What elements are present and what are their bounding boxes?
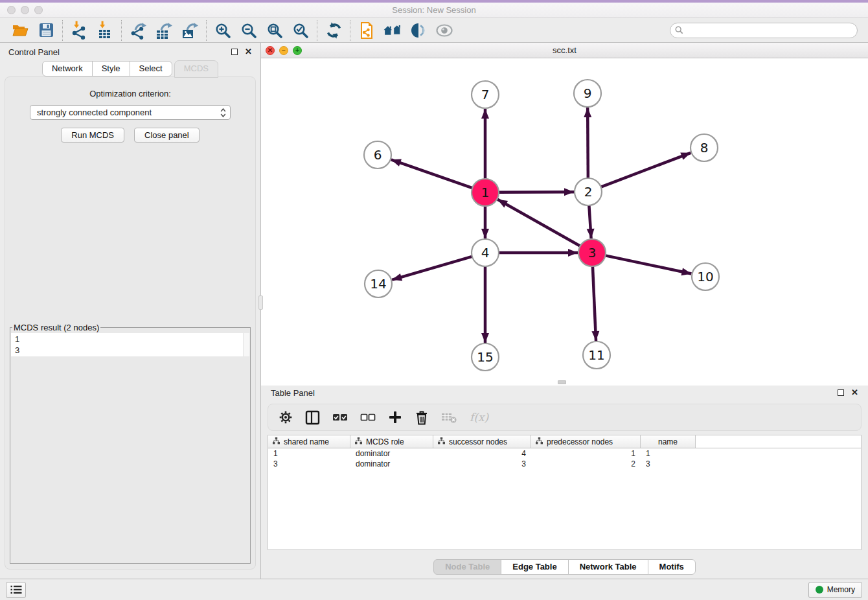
zoom-out-icon[interactable]	[240, 21, 258, 40]
graph-node-9[interactable]: 9	[574, 80, 601, 107]
cell-shared-name[interactable]: 1	[268, 449, 350, 458]
tab-select[interactable]: Select	[130, 61, 172, 76]
column-header-MCDS-role[interactable]: MCDS role	[350, 435, 433, 448]
graph-edge-3-11[interactable]	[593, 266, 596, 341]
export-image-icon[interactable]	[181, 21, 199, 40]
graph-node-6[interactable]: 6	[364, 141, 391, 168]
network-close-icon[interactable]: ✕	[266, 46, 275, 55]
cell-MCDS-role[interactable]: dominator	[350, 449, 433, 458]
column-header-label: successor nodes	[449, 437, 507, 446]
cell-name[interactable]: 3	[641, 459, 696, 468]
cell-successor-nodes[interactable]: 4	[433, 449, 531, 458]
graph-node-14[interactable]: 14	[365, 270, 392, 297]
delete-columns-icon[interactable]	[415, 410, 429, 425]
clone-network-icon[interactable]	[358, 21, 376, 40]
canvas-resize-grip[interactable]	[558, 380, 566, 384]
network-minimize-icon[interactable]: −	[279, 46, 288, 55]
task-history-button[interactable]	[6, 582, 26, 598]
open-file-icon[interactable]	[11, 21, 29, 40]
refresh-network-icon[interactable]	[325, 21, 343, 40]
svg-text:4: 4	[481, 245, 490, 260]
toolbar-group	[4, 21, 62, 40]
save-session-icon[interactable]	[37, 21, 55, 40]
memory-button[interactable]: Memory	[808, 582, 862, 598]
svg-text:6: 6	[374, 147, 382, 163]
column-type-icon	[355, 437, 362, 446]
column-header-label: predecessor nodes	[547, 437, 613, 446]
svg-text:9: 9	[584, 86, 592, 101]
mcds-result-node: 1	[15, 334, 246, 345]
close-panel-icon[interactable]: ✕	[245, 49, 252, 55]
run-mcds-button[interactable]: Run MCDS	[61, 128, 124, 143]
mcds-result-title: MCDS result (2 nodes)	[12, 323, 100, 332]
cell-predecessor-nodes[interactable]: 2	[531, 459, 641, 468]
svg-text:11: 11	[588, 347, 604, 363]
network-graph[interactable]: 7968124314101511	[261, 58, 867, 384]
graph-edge-2-9[interactable]	[588, 108, 588, 178]
optimization-criterion-label: Optimization criterion:	[5, 89, 255, 98]
zoom-in-icon[interactable]	[214, 21, 232, 40]
tab-network[interactable]: Network	[42, 61, 93, 76]
tab-style[interactable]: Style	[92, 61, 130, 76]
toolbar-group	[122, 21, 206, 40]
table-row[interactable]: 1dominator411	[268, 448, 861, 459]
import-table-icon[interactable]	[96, 21, 114, 40]
column-header-predecessor-nodes[interactable]: predecessor nodes	[531, 435, 641, 448]
graph-edge-4-14[interactable]	[392, 257, 472, 280]
toolbar-group	[63, 21, 121, 40]
criterion-select[interactable]: strongly connected component	[30, 105, 231, 120]
close-table-panel-icon[interactable]: ✕	[851, 389, 858, 396]
tab-edge-table[interactable]: Edge Table	[501, 559, 568, 575]
export-table-icon[interactable]	[155, 21, 173, 40]
select-all-columns-icon[interactable]	[332, 410, 348, 425]
cell-MCDS-role[interactable]: dominator	[350, 459, 433, 468]
home-icon[interactable]	[383, 21, 402, 40]
result-scrollbar[interactable]	[243, 333, 249, 356]
graph-node-15[interactable]: 15	[472, 343, 499, 371]
tab-network-table[interactable]: Network Table	[568, 559, 648, 575]
cell-name[interactable]: 1	[641, 449, 696, 458]
graph-node-2[interactable]: 2	[575, 178, 602, 205]
tab-motifs[interactable]: Motifs	[648, 559, 696, 575]
zoom-fit-icon[interactable]	[266, 21, 284, 40]
tab-mcds[interactable]: MCDS	[174, 60, 218, 78]
close-panel-button[interactable]: Close panel	[134, 128, 200, 143]
graph-node-7[interactable]: 7	[472, 81, 499, 108]
graph-node-3[interactable]: 3	[578, 239, 606, 266]
graph-node-10[interactable]: 10	[692, 263, 719, 290]
search-input[interactable]	[670, 23, 858, 38]
graphics-details-icon[interactable]	[409, 21, 428, 40]
graph-edge-3-1[interactable]	[497, 200, 580, 246]
graph-node-8[interactable]: 8	[691, 134, 718, 161]
column-type-icon	[536, 437, 543, 446]
network-canvas[interactable]: 7968124314101511	[261, 58, 868, 386]
cell-shared-name[interactable]: 3	[268, 459, 350, 468]
tab-node-table[interactable]: Node Table	[433, 559, 501, 575]
cell-predecessor-nodes[interactable]: 1	[531, 449, 641, 458]
add-column-icon[interactable]	[388, 410, 402, 425]
cell-successor-nodes[interactable]: 3	[433, 459, 531, 468]
deselect-all-columns-icon[interactable]	[360, 410, 376, 425]
network-maximize-icon[interactable]: +	[293, 46, 302, 55]
graph-edge-1-6[interactable]	[391, 159, 472, 188]
panel-divider-grip[interactable]	[258, 295, 263, 310]
graph-edge-3-10[interactable]	[606, 255, 692, 273]
zoom-selected-icon[interactable]	[291, 21, 310, 40]
graph-edge-2-3[interactable]	[589, 205, 591, 238]
graph-edge-1-2[interactable]	[499, 192, 574, 192]
column-visibility-icon[interactable]	[305, 410, 320, 425]
settings-gear-icon[interactable]	[279, 410, 293, 425]
export-network-icon[interactable]	[129, 21, 147, 40]
column-header-successor-nodes[interactable]: successor nodes	[433, 435, 531, 448]
column-header-name[interactable]: name	[641, 435, 696, 448]
graph-node-4[interactable]: 4	[472, 239, 499, 266]
float-panel-icon[interactable]	[231, 49, 238, 55]
graph-edge-2-8[interactable]	[601, 153, 691, 187]
column-header-shared-name[interactable]: shared name	[268, 435, 350, 448]
table-row[interactable]: 3dominator323	[268, 459, 861, 469]
float-table-panel-icon[interactable]	[838, 389, 844, 396]
import-network-icon[interactable]	[70, 21, 88, 40]
mcds-result-list[interactable]: 13	[11, 333, 249, 356]
graph-node-11[interactable]: 11	[583, 341, 610, 369]
graph-node-1[interactable]: 1	[472, 179, 499, 206]
